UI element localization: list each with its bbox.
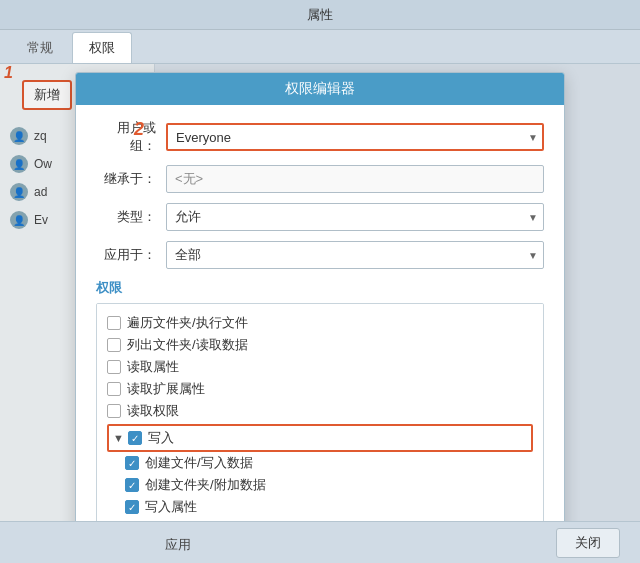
perm-list-checkbox[interactable] xyxy=(107,338,121,352)
close-button[interactable]: 关闭 xyxy=(556,528,620,558)
modal-title: 权限编辑器 xyxy=(285,80,355,96)
apply-to-label: 应用于： xyxy=(96,246,166,264)
perm-read-perms-label: 读取权限 xyxy=(127,402,179,420)
inherit-input xyxy=(166,165,544,193)
perm-create-file-checkbox[interactable]: ✓ xyxy=(125,456,139,470)
perm-write-attr-label: 写入属性 xyxy=(145,498,197,516)
perm-write-attr[interactable]: ✓ 写入属性 xyxy=(125,496,533,518)
perm-create-file-label: 创建文件/写入数据 xyxy=(145,454,253,472)
perm-read-attr[interactable]: 读取属性 xyxy=(107,356,533,378)
apply-to-input[interactable] xyxy=(166,241,544,269)
perm-create-file[interactable]: ✓ 创建文件/写入数据 xyxy=(125,452,533,474)
window-title: 属性 xyxy=(307,6,333,24)
perm-read-perms-checkbox[interactable] xyxy=(107,404,121,418)
modal-overlay: 权限编辑器 用户或组： ▼ 2 继承于： xyxy=(0,64,640,521)
user-group-label: 用户或组： xyxy=(96,119,166,155)
perm-write-checkbox[interactable]: ✓ xyxy=(128,431,142,445)
modal-header: 权限编辑器 xyxy=(76,73,564,105)
permissions-editor-modal: 权限编辑器 用户或组： ▼ 2 继承于： xyxy=(75,72,565,563)
type-label: 类型： xyxy=(96,208,166,226)
permissions-title: 权限 xyxy=(96,279,544,297)
expand-arrow-icon[interactable]: ▼ xyxy=(113,432,124,444)
type-input[interactable] xyxy=(166,203,544,231)
perm-list[interactable]: 列出文件夹/读取数据 xyxy=(107,334,533,356)
perm-create-folder-label: 创建文件夹/附加数据 xyxy=(145,476,266,494)
perm-read-ext-attr-checkbox[interactable] xyxy=(107,382,121,396)
user-group-control: ▼ 2 xyxy=(166,123,544,151)
perm-read-ext-attr[interactable]: 读取扩展属性 xyxy=(107,378,533,400)
perm-list-label: 列出文件夹/读取数据 xyxy=(127,336,248,354)
perm-traverse-checkbox[interactable] xyxy=(107,316,121,330)
inherit-control xyxy=(166,165,544,193)
permissions-section: 权限 遍历文件夹/执行文件 列出文件夹/读取数据 读取属性 xyxy=(96,279,544,543)
type-control: ▼ xyxy=(166,203,544,231)
type-row: 类型： ▼ xyxy=(96,203,544,231)
perm-write-label: 写入 xyxy=(148,429,174,447)
perm-traverse-label: 遍历文件夹/执行文件 xyxy=(127,314,248,332)
title-bar: 属性 xyxy=(0,0,640,30)
apply-label: 应用 xyxy=(165,536,191,554)
inherit-label: 继承于： xyxy=(96,170,166,188)
modal-body: 用户或组： ▼ 2 继承于： 类型： ▼ xyxy=(76,105,564,553)
perm-create-folder[interactable]: ✓ 创建文件夹/附加数据 xyxy=(125,474,533,496)
perm-write-group[interactable]: ▼ ✓ 写入 3 xyxy=(107,424,533,452)
perm-write-attr-checkbox[interactable]: ✓ xyxy=(125,500,139,514)
perm-read-ext-attr-label: 读取扩展属性 xyxy=(127,380,205,398)
user-group-row: 用户或组： ▼ 2 xyxy=(96,119,544,155)
user-group-input[interactable] xyxy=(166,123,544,151)
tabs-area: 常规 权限 xyxy=(0,30,640,64)
perm-traverse[interactable]: 遍历文件夹/执行文件 xyxy=(107,312,533,334)
tab-permissions[interactable]: 权限 xyxy=(72,32,132,63)
apply-to-row: 应用于： ▼ xyxy=(96,241,544,269)
step2-label: 2 xyxy=(134,119,144,140)
tab-general[interactable]: 常规 xyxy=(10,32,70,63)
permissions-box[interactable]: 遍历文件夹/执行文件 列出文件夹/读取数据 读取属性 读取扩展属性 xyxy=(96,303,544,543)
inherit-row: 继承于： xyxy=(96,165,544,193)
perm-read-attr-label: 读取属性 xyxy=(127,358,179,376)
perm-read-perms[interactable]: 读取权限 xyxy=(107,400,533,422)
perm-create-folder-checkbox[interactable]: ✓ xyxy=(125,478,139,492)
perm-read-attr-checkbox[interactable] xyxy=(107,360,121,374)
apply-to-control: ▼ xyxy=(166,241,544,269)
bottom-bar: 应用 关闭 xyxy=(0,521,640,563)
